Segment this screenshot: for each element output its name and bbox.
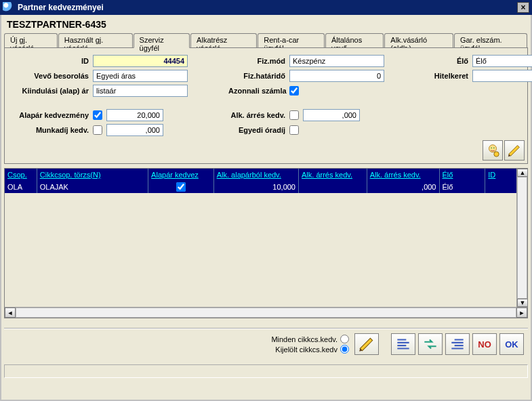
- discount-grid: Csop. Cikkcsop. törzs(N) Alapár kedvez A…: [4, 168, 528, 318]
- tab-alk-vasarlo-aldlr[interactable]: Alk.vásárló (aldlr.): [384, 33, 453, 48]
- kiindulasi-field[interactable]: [93, 85, 188, 97]
- radio-all-text: Minden cikkcs.kedv.: [271, 335, 337, 343]
- fizmod-label: Fiz.mód: [228, 57, 289, 65]
- munkadij-label: Munkadíj kedv.: [12, 126, 93, 134]
- alk-arres-value-field[interactable]: [303, 109, 360, 121]
- form-panel: ID Fiz.mód Élő Vevő besorolás Fiz.határi…: [4, 47, 528, 164]
- svg-point-1: [491, 147, 492, 148]
- no-button-text: NO: [478, 339, 491, 350]
- hitelkeret-label: Hitelkeret: [425, 72, 472, 80]
- tab-hasznalt-gj-vasarlo[interactable]: Használt gj. vásárló: [58, 33, 133, 48]
- alapar-checkbox[interactable]: [93, 110, 102, 120]
- window-title: Partner kedvezményei: [18, 3, 104, 12]
- cell-elo[interactable]: Élő: [439, 181, 485, 193]
- col-torzs[interactable]: Cikkcsop. törzs(N): [37, 169, 148, 181]
- elo-field[interactable]: [472, 55, 532, 67]
- id-field[interactable]: [93, 55, 188, 67]
- tab-uj-gj-vasarlo[interactable]: Új gj. vásárló: [4, 33, 58, 48]
- cell-alk-alap[interactable]: 10,000: [213, 181, 298, 193]
- col-csop[interactable]: Csop.: [5, 169, 37, 181]
- grid-table[interactable]: Csop. Cikkcsop. törzs(N) Alapár kedvez A…: [5, 169, 527, 193]
- radio-all-label[interactable]: Minden cikkcs.kedv.: [271, 335, 349, 343]
- egyedi-label: Egyedi óradíj: [228, 126, 289, 134]
- tab-altalanos-vevo[interactable]: Általános vevő: [325, 33, 384, 48]
- col-alk-arres2[interactable]: Alk. árrés kedv.: [367, 169, 439, 181]
- vevo-besorolas-label: Vevő besorolás: [12, 72, 93, 80]
- scroll-left-icon[interactable]: ◄: [5, 308, 16, 318]
- radio-selected[interactable]: [340, 345, 349, 354]
- tab-alkatresz-vasarlo[interactable]: Alkatrész vásárló: [190, 33, 257, 48]
- close-icon[interactable]: ×: [517, 2, 529, 13]
- ok-button-text: OK: [505, 339, 518, 350]
- kiindulasi-label: Kiindulási (alap) ár: [12, 87, 93, 95]
- scrollbar-vertical[interactable]: ▲ ▼: [516, 169, 527, 307]
- cell-torzs[interactable]: OLAJAK: [37, 181, 148, 193]
- tab-strip: Új gj. vásárló Használt gj. vásárló Szer…: [1, 33, 531, 47]
- fizmod-field[interactable]: [289, 55, 384, 67]
- align-left-button[interactable]: [391, 333, 415, 355]
- scroll-down-icon[interactable]: ▼: [517, 299, 528, 307]
- titlebar: Partner kedvezményei ×: [0, 0, 532, 15]
- svg-point-2: [493, 147, 495, 148]
- grid-empty-area: [5, 193, 527, 307]
- grid-header[interactable]: Csop. Cikkcsop. törzs(N) Alapár kedvez A…: [5, 169, 527, 181]
- azonnali-checkbox[interactable]: [289, 86, 299, 96]
- no-button[interactable]: NO: [472, 333, 497, 355]
- id-label: ID: [12, 57, 93, 65]
- cell-alk-arres1[interactable]: [299, 181, 367, 193]
- edit-button[interactable]: [504, 140, 525, 161]
- scroll-right-icon[interactable]: ►: [516, 308, 527, 318]
- apply-edit-button[interactable]: [354, 333, 379, 355]
- col-elo[interactable]: Élő: [439, 169, 485, 181]
- alk-arres-checkbox[interactable]: [289, 110, 299, 120]
- footer-bar: Minden cikkcs.kedv. Kijelölt cikkcs.kedv: [4, 328, 528, 359]
- egyedi-checkbox[interactable]: [289, 125, 299, 135]
- user-settings-button[interactable]: [483, 140, 503, 161]
- col-alk-alap[interactable]: Alk. alapárból kedv.: [213, 169, 298, 181]
- ok-button[interactable]: OK: [499, 333, 524, 355]
- window-body: TESZTPARTNER-6435 Új gj. vásárló Használ…: [0, 15, 532, 401]
- scope-radio-group: Minden cikkcs.kedv. Kijelölt cikkcs.kedv: [271, 335, 349, 354]
- alk-arres-label: Alk. árrés kedv.: [228, 111, 289, 119]
- scroll-up-icon[interactable]: ▲: [517, 169, 528, 177]
- radio-selected-label[interactable]: Kijelölt cikkcs.kedv: [275, 345, 349, 354]
- radio-selected-text: Kijelölt cikkcs.kedv: [275, 345, 337, 354]
- scrollbar-horizontal[interactable]: ◄ ►: [5, 307, 527, 318]
- vevo-besorolas-field[interactable]: [93, 70, 188, 82]
- cell-alapar-chk[interactable]: [148, 181, 214, 193]
- swap-button[interactable]: [418, 333, 443, 355]
- alapar-value-field[interactable]: [106, 109, 163, 121]
- app-icon: [3, 2, 14, 13]
- scroll-track-h[interactable]: [16, 308, 516, 318]
- align-right-button[interactable]: [445, 333, 470, 355]
- col-alk-arres1[interactable]: Alk. árrés kedv.: [299, 169, 367, 181]
- tab-gar-elszam[interactable]: Gar. elszám. ügyfél: [454, 33, 527, 48]
- partner-title: TESZTPARTNER-6435: [1, 15, 531, 33]
- svg-point-3: [494, 152, 499, 156]
- fizhatarido-field[interactable]: [289, 70, 384, 82]
- alapar-label: Alapár kedvezmény: [12, 111, 93, 119]
- scroll-track-v[interactable]: [517, 177, 527, 299]
- radio-all[interactable]: [340, 335, 349, 343]
- munkadij-value-field[interactable]: [106, 124, 163, 136]
- azonnali-label: Azonnali számla: [228, 87, 289, 95]
- tab-rent-a-car[interactable]: Rent-a-car ügyfél: [258, 33, 325, 48]
- munkadij-checkbox[interactable]: [93, 125, 102, 135]
- status-bar: [4, 364, 528, 378]
- cell-alk-arres2[interactable]: ,000: [367, 181, 439, 193]
- col-alapar[interactable]: Alapár kedvez: [148, 169, 214, 181]
- row-alapar-checkbox[interactable]: [176, 182, 186, 192]
- hitelkeret-field[interactable]: [472, 70, 532, 82]
- elo-label: Élő: [425, 57, 472, 65]
- cell-csop[interactable]: OLA: [5, 181, 37, 193]
- tab-szerviz-ugyfel[interactable]: Szerviz ügyfél: [134, 33, 190, 48]
- table-row[interactable]: OLA OLAJAK 10,000 ,000 Élő 2: [5, 181, 527, 193]
- fizhatarido-label: Fiz.határidő: [228, 72, 289, 80]
